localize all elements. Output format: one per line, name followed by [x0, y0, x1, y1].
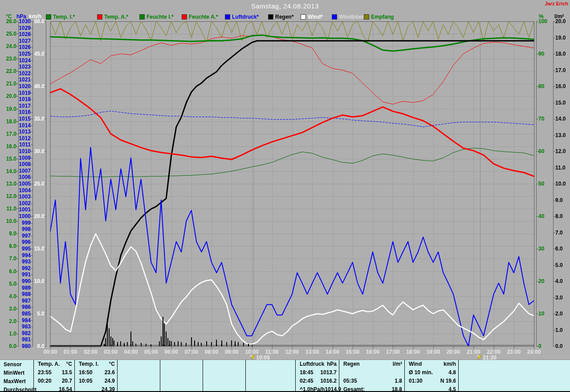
y-tick-hpa: 989 [11, 285, 31, 291]
stats-cell: ^1.0hPa/h [300, 386, 325, 392]
x-tick-label: 01:00 [60, 349, 81, 355]
y-tick-lm2: 20.0 [555, 19, 570, 24]
stats-row-label: MinWert [0, 368, 33, 377]
stats-cell: Temp. A. [38, 361, 60, 368]
stats-cell: 23:55 [38, 369, 52, 377]
stats-cell: 24.9 [105, 378, 115, 385]
y-tick-hpa: 983 [11, 324, 31, 329]
y-tick-kmh: 10.0 [26, 279, 45, 284]
y-tick-hpa: 1022 [11, 71, 31, 76]
y-tick-hpa: 1029 [11, 25, 31, 31]
y-tick-kmh: 15.0 [26, 246, 45, 251]
stats-col-empty [160, 360, 203, 391]
stats-col-temp-i-: Temp. I.°C16:5023.610:0524.924.39 [75, 360, 118, 391]
y-tick-lm2: 12.0 [555, 149, 570, 154]
y-tick-pct: 100 [538, 19, 556, 24]
legend-swatch-icon [268, 14, 273, 20]
legend-label: Temp. A.* [104, 14, 128, 20]
stats-col-luftdruck: LuftdruckhPa18:451013.702:451016.2^1.0hP… [296, 360, 339, 391]
y-tick-lm2: 16.0 [555, 84, 570, 89]
stats-cell: 23.6 [105, 369, 115, 377]
legend-label: Regen* [275, 14, 293, 20]
stats-cell: Temp. I. [79, 361, 98, 368]
stats-cell: 18:45 [300, 369, 314, 377]
y-tick-hpa: 1007 [11, 168, 31, 174]
y-tick-hpa: 1003 [11, 194, 31, 199]
y-tick-hpa: 1026 [11, 44, 31, 50]
y-tick-pct: 20 [538, 279, 556, 284]
legend-label: Luftdruck* [232, 14, 259, 20]
stats-cell: 01:30 [409, 378, 423, 385]
y-tick-pct: 90 [538, 51, 556, 57]
y-tick-lm2: 14.0 [555, 116, 570, 121]
y-tick-hpa: 998 [11, 226, 31, 232]
weather-app-window: Samstag, 24.08.2013 Jarz Erich °ChPakm/h… [0, 0, 570, 392]
y-tick-hpa: 1018 [11, 97, 31, 102]
y-tick-kmh: 5.0 [26, 311, 45, 316]
author-label: Jarz Erich [545, 1, 568, 6]
y-tick-hpa: 1011 [11, 142, 31, 147]
legend-item-temp-a-: Temp. A.* [97, 14, 128, 20]
stats-cell: 1.8 [395, 378, 402, 385]
x-tick-label: 11:00 [262, 349, 282, 355]
stats-col-wind: Windkm/hØ 10 min.4.801:30N 19.64.5 [405, 360, 459, 391]
x-tick-label: 15:00 [342, 349, 363, 355]
legend-label: Wind* [308, 14, 323, 20]
x-tick-label: 20:00 [443, 349, 464, 355]
y-tick-lm2: 18.0 [555, 51, 570, 57]
y-tick-hpa: 987 [11, 298, 31, 303]
y-tick-lm2: 15.0 [555, 100, 570, 105]
stats-cell: hPa [327, 361, 337, 368]
y-tick-lm2: 5.0 [555, 263, 570, 268]
y-tick-hpa: 1013 [11, 129, 31, 134]
x-tick-label: 04:00 [121, 349, 141, 355]
y-tick-hpa: 1004 [11, 188, 31, 193]
stats-cell: 10:05 [79, 378, 93, 385]
y-tick-hpa: 1006 [11, 174, 31, 180]
x-tick-label: 19:00 [423, 349, 444, 355]
legend-swatch-icon [332, 14, 337, 20]
y-tick-hpa: 1014 [11, 123, 31, 128]
stats-cell: 16.54 [59, 386, 72, 392]
y-tick-hpa: 1008 [11, 162, 31, 167]
x-tick-label: 24:00 [524, 349, 544, 355]
y-tick-kmh: 45.0 [26, 51, 45, 57]
x-tick-label: 23:00 [504, 349, 524, 355]
x-tick-label: 00:00 [40, 349, 61, 355]
y-tick-hpa: 984 [11, 318, 31, 323]
legend-item-luftdruck-: Luftdruck* [225, 14, 259, 20]
y-tick-hpa: 1001 [11, 207, 31, 212]
y-tick-hpa: 1017 [11, 103, 31, 109]
legend-label: Temp. I.* [53, 14, 75, 20]
y-tick-hpa: 1016 [11, 109, 31, 115]
legend-item-feuchte-i-: Feuchte I.* [139, 14, 174, 20]
legend-item-empfang: Empfang [364, 14, 394, 20]
y-tick-pct: 0 [538, 344, 556, 349]
legend-swatch-icon [97, 14, 102, 20]
x-tick-label: 13:00 [302, 349, 322, 355]
stats-cell: 20.7 [62, 378, 72, 385]
y-tick-lm2: 4.0 [555, 279, 570, 284]
legend-swatch-icon [364, 14, 369, 20]
stats-col-empty [246, 360, 296, 391]
y-tick-hpa: 1023 [11, 64, 31, 69]
y-tick-hpa: 993 [11, 259, 31, 264]
stats-col-regen: Regenl/m²05:351.8Gesamt:18.8 [339, 360, 405, 391]
legend-label: Empfang [371, 14, 394, 20]
y-tick-hpa: 991 [11, 272, 31, 277]
legend-item-temp-i-: Temp. I.* [46, 14, 75, 20]
y-tick-hpa: 1002 [11, 201, 31, 206]
y-tick-hpa: 994 [11, 253, 31, 258]
y-tick-lm2: 8.0 [555, 214, 570, 219]
stats-col-empty [203, 360, 246, 391]
x-tick-label: 06:00 [161, 349, 182, 355]
stats-cell: l/m² [393, 361, 402, 368]
x-tick-label: 22:00 [484, 349, 504, 355]
x-tick-label: 08:00 [201, 349, 222, 355]
y-tick-lm2: 1.0 [555, 327, 570, 333]
stats-cell: 02:45 [300, 378, 314, 385]
stats-cell: Regen [343, 361, 360, 368]
x-tick-label: 02:00 [81, 349, 101, 355]
stats-cell: 18.8 [392, 386, 402, 392]
page-title: Samstag, 24.08.2013 [0, 2, 570, 10]
